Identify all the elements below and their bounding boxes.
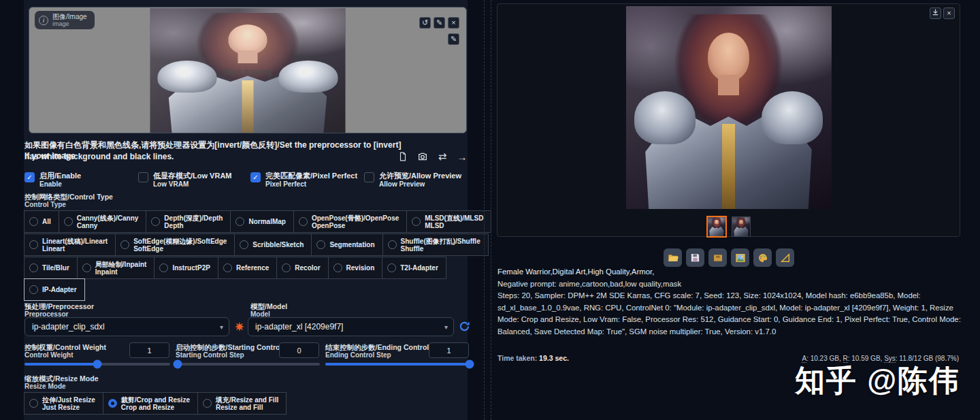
run-preprocessor-button[interactable] xyxy=(233,321,246,333)
allow-preview-label: 允许预览/Allow Preview xyxy=(379,172,461,180)
lowvram-checkbox[interactable] xyxy=(138,172,148,182)
radio-icon xyxy=(203,399,212,408)
save-image-button[interactable] xyxy=(686,248,704,267)
control-type-reference[interactable]: Reference xyxy=(218,257,277,279)
enable-label: 启用/Enable xyxy=(39,172,81,180)
send-dimensions-button[interactable]: → xyxy=(455,150,469,163)
open-folder-button[interactable] xyxy=(664,248,682,267)
webcam-button[interactable] xyxy=(416,150,429,163)
thumbnail-1-selected[interactable] xyxy=(706,216,727,238)
ruler-icon xyxy=(780,253,791,263)
control-type-softedge[interactable]: SoftEdge(模糊边缘)/SoftEdgeSoftEdge xyxy=(115,233,235,256)
starting-step-slider[interactable] xyxy=(176,363,320,366)
resize-resize-and-fill[interactable]: 填充/Resize and FillResize and Fill xyxy=(197,392,287,415)
resize-crop-and-resize[interactable]: 裁剪/Crop and ResizeCrop and Resize xyxy=(103,392,198,415)
radio-icon xyxy=(159,263,168,272)
undo-button[interactable]: ↺ xyxy=(419,17,431,29)
lowvram-checkbox-row[interactable]: 低显存模式/Low VRAMLow VRAM xyxy=(138,172,232,189)
thumbnail-art xyxy=(708,217,725,236)
resize-just-resize[interactable]: 拉伸/Just ResizeJust Resize xyxy=(24,392,103,415)
sketch-tool-button[interactable]: ✎ xyxy=(448,33,459,45)
control-type-depth[interactable]: Depth(深度)/DepthDepth xyxy=(146,210,231,233)
generated-image[interactable] xyxy=(626,6,832,209)
control-type-inpaint[interactable]: 局部绘制/InpaintInpaint xyxy=(77,257,155,279)
control-type-segmentation[interactable]: Segmentation xyxy=(311,233,382,256)
image-input-label: i 图像/Image image xyxy=(35,11,95,29)
radio-icon xyxy=(333,263,342,272)
enable-checkbox[interactable]: ✓ xyxy=(24,172,35,182)
radio-icon xyxy=(29,399,38,408)
radio-icon xyxy=(64,217,73,226)
start-drawing-label: Start drawing xyxy=(29,67,466,77)
control-type-t2i-adapter[interactable]: T2I-Adapter xyxy=(382,257,446,279)
ending-step-slider[interactable] xyxy=(325,363,470,366)
control-type-openpose[interactable]: OpenPose(骨骼)/OpenPoseOpenPose xyxy=(293,210,407,233)
control-type-tile-blur[interactable]: Tile/Blur xyxy=(24,257,78,279)
control-type-ip-adapter[interactable]: IP-Adapter xyxy=(24,278,85,301)
model-select[interactable]: ip-adapter_xl [4209e9f7] ▾ xyxy=(248,317,454,336)
edit-button[interactable]: ✎ xyxy=(434,17,445,29)
palette-icon xyxy=(757,253,768,263)
refresh-icon xyxy=(459,321,470,332)
control-type-canny[interactable]: Canny(线条)/CannyCanny xyxy=(59,210,147,233)
allow-preview-checkbox[interactable] xyxy=(364,172,374,182)
control-type-normalmap[interactable]: NormalMap xyxy=(230,210,293,233)
control-type-shuffle[interactable]: Shuffle(图像打乱)/ShuffleShuffle xyxy=(382,233,489,256)
starting-step-input[interactable]: 0 xyxy=(279,342,319,358)
floppy-icon xyxy=(690,253,700,263)
burst-icon xyxy=(235,322,244,332)
panel-divider xyxy=(491,0,491,420)
pixel-perfect-label: 完美匹配像素/Pixel Perfect xyxy=(265,172,357,180)
radio-selected-icon xyxy=(108,399,117,408)
radio-icon xyxy=(240,240,248,249)
enable-checkbox-row[interactable]: ✓ 启用/EnableEnable xyxy=(24,172,81,189)
control-type-recolor[interactable]: Recolor xyxy=(276,257,328,279)
radio-icon xyxy=(29,240,38,249)
pixel-perfect-checkbox[interactable]: ✓ xyxy=(250,172,261,182)
time-taken: Time taken: 19.3 sec. xyxy=(497,354,569,362)
send-to-inpaint-button[interactable] xyxy=(753,248,772,267)
control-type-label: 控制网络类型/Control Type Control Type xyxy=(24,193,113,208)
control-type-revision[interactable]: Revision xyxy=(328,257,383,279)
pixel-perfect-checkbox-row[interactable]: ✓ 完美匹配像素/Pixel PerfectPixel Perfect xyxy=(250,172,357,189)
allow-preview-checkbox-row[interactable]: 允许预览/Allow PreviewAllow Preview xyxy=(364,172,461,189)
radio-icon xyxy=(282,263,291,272)
radio-icon xyxy=(29,217,38,226)
radio-icon xyxy=(120,240,129,249)
panel-divider xyxy=(484,0,485,420)
send-to-img2img-button[interactable] xyxy=(731,248,749,267)
close-gallery-button[interactable]: × xyxy=(943,7,955,19)
slider-handle[interactable] xyxy=(174,360,182,369)
control-type-lineart[interactable]: Lineart(线稿)/LineartLineart xyxy=(24,233,116,256)
control-type-all[interactable]: All xyxy=(24,210,59,233)
send-to-extras-button[interactable] xyxy=(776,248,794,267)
ending-step-input[interactable]: 1 xyxy=(429,342,469,358)
clear-image-button[interactable]: × xyxy=(448,17,459,29)
thumbnail-2[interactable] xyxy=(732,216,751,237)
camera-icon xyxy=(417,151,428,162)
control-weight-slider[interactable] xyxy=(24,363,170,366)
info-icon: i xyxy=(39,16,48,25)
invert-hint-line2: has white background and black lines. xyxy=(24,152,406,161)
preprocessor-select[interactable]: ip-adapter_clip_sdxl ▾ xyxy=(24,317,229,336)
warrior-result-art xyxy=(626,6,832,209)
folder-icon xyxy=(668,253,679,263)
chevron-down-icon: ▾ xyxy=(444,323,448,331)
brush-icon: ✎ xyxy=(436,18,442,27)
control-type-scribble[interactable]: Scribble/Sketch xyxy=(234,233,312,256)
slider-handle[interactable] xyxy=(93,360,102,369)
radio-icon xyxy=(29,263,38,272)
controlnet-image-dropzone[interactable]: Start drawing i 图像/Image image ↺ ✎ × ✎ xyxy=(29,7,467,133)
control-weight-input[interactable]: 1 xyxy=(129,342,169,358)
download-image-button[interactable] xyxy=(930,7,941,19)
control-type-mlsd[interactable]: MLSD(直线)/MLSDMLSD xyxy=(406,210,491,233)
slider-handle[interactable] xyxy=(466,360,474,369)
refresh-models-button[interactable] xyxy=(458,320,470,332)
preprocessor-value: ip-adapter_clip_sdxl xyxy=(32,322,105,332)
save-zip-button[interactable] xyxy=(708,248,727,267)
mirror-webcam-button[interactable]: ⇄ xyxy=(436,150,449,163)
radio-icon xyxy=(235,217,244,226)
control-type-instructp2p[interactable]: InstructP2P xyxy=(154,257,218,279)
new-canvas-button[interactable] xyxy=(396,150,410,163)
radio-icon xyxy=(316,240,325,249)
